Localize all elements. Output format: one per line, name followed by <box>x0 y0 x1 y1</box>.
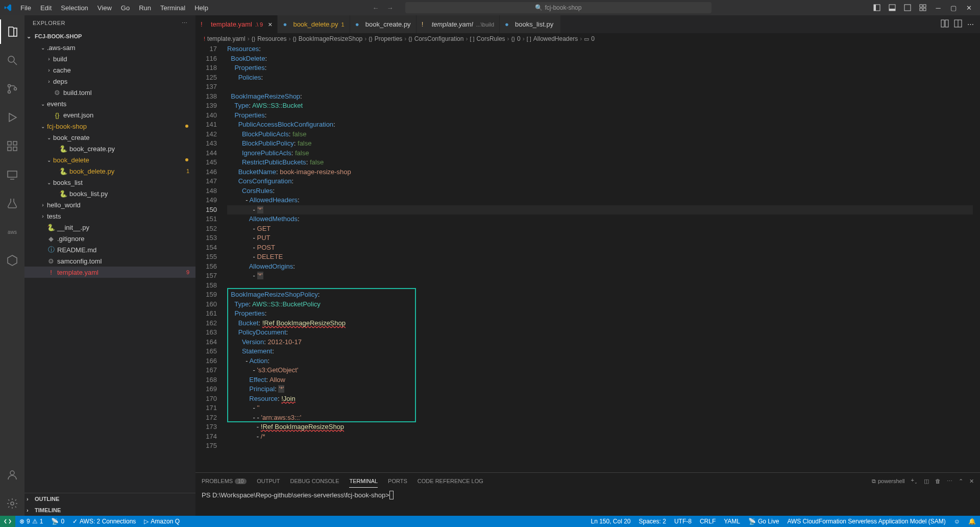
menu-go[interactable]: Go <box>117 2 134 14</box>
explorer-more-icon[interactable]: ⋯ <box>182 20 188 27</box>
status-remote-icon[interactable] <box>0 516 15 527</box>
status-language[interactable]: YAML <box>720 518 744 525</box>
breadcrumb-item[interactable]: {} CorsConfiguration <box>408 35 463 42</box>
tree-folder-hello-world[interactable]: ›hello_world <box>24 199 195 210</box>
tree-file-template-yaml[interactable]: !template.yaml9 <box>24 267 195 278</box>
status-encoding[interactable]: UTF-8 <box>670 518 696 525</box>
nav-back-icon[interactable]: ← <box>371 3 381 13</box>
activity-explorer-icon[interactable] <box>0 19 24 44</box>
tab-books-list-py[interactable]: ●books_list.py <box>500 15 561 33</box>
layout-customize-icon[interactable] <box>916 1 930 15</box>
activity-scm-icon[interactable] <box>0 77 24 101</box>
terminal-split-icon[interactable]: ◫ <box>924 478 929 485</box>
status-sam[interactable]: AWS CloudFormation Serverless Applicatio… <box>783 518 949 525</box>
tree-folder--aws-sam[interactable]: ⌄.aws-sam <box>24 42 195 53</box>
panel-tab-terminal[interactable]: TERMINAL <box>349 475 378 488</box>
tree-file-build-toml[interactable]: ⚙build.toml <box>24 87 195 98</box>
code-content[interactable]: Resources: BookDelete: Properties: Polic… <box>227 44 980 472</box>
tree-file-event-json[interactable]: {}event.json <box>24 109 195 121</box>
menu-run[interactable]: Run <box>135 2 155 14</box>
menu-selection[interactable]: Selection <box>57 2 92 14</box>
tree-folder-cache[interactable]: ›cache <box>24 64 195 76</box>
activity-amazon-q-icon[interactable] <box>0 248 24 273</box>
breadcrumb-item[interactable]: [ ] AllowedHeaders <box>527 35 578 42</box>
compare-changes-icon[interactable] <box>941 19 949 29</box>
terminal-body[interactable]: PS D:\Workspace\Repo-github\series-serve… <box>195 489 980 516</box>
panel-tab-ports[interactable]: PORTS <box>388 475 407 487</box>
terminal-shell-select[interactable]: ⧉ powershell <box>872 478 905 485</box>
breadcrumb-item[interactable]: ! template.yaml <box>204 35 246 42</box>
menu-terminal[interactable]: Terminal <box>156 2 189 14</box>
layout-sidebar-right-icon[interactable] <box>900 1 915 15</box>
window-close-icon[interactable]: ✕ <box>962 1 976 15</box>
activity-accounts-icon[interactable] <box>0 463 24 487</box>
tree-file---init---py[interactable]: 🐍__init__.py <box>24 222 195 233</box>
activity-settings-icon[interactable] <box>0 491 24 516</box>
status-amazonq[interactable]: ▷Amazon Q <box>140 518 184 525</box>
tree-folder-fcj-book-shop[interactable]: ⌄fcj-book-shop <box>24 121 195 132</box>
panel-maximize-icon[interactable]: ⌃ <box>959 478 963 485</box>
activity-debug-icon[interactable] <box>0 105 24 130</box>
terminal-new-icon[interactable]: +⌄ <box>911 477 918 485</box>
status-eol[interactable]: CRLF <box>696 518 720 525</box>
timeline-section[interactable]: ›TIMELINE <box>24 505 195 516</box>
tab-template-yaml[interactable]: !template.yaml.\ 9× <box>195 15 278 33</box>
tree-file-readme-md[interactable]: ⓘREADME.md <box>24 244 195 255</box>
activity-extensions-icon[interactable] <box>0 134 24 158</box>
activity-testing-icon[interactable] <box>0 191 24 215</box>
status-ports[interactable]: 📡0 <box>47 518 68 525</box>
minimap[interactable] <box>973 44 980 472</box>
activity-aws-icon[interactable]: aws <box>0 220 24 244</box>
terminal-kill-icon[interactable]: 🗑 <box>935 478 941 484</box>
tree-file--gitignore[interactable]: ◆.gitignore <box>24 233 195 244</box>
tree-folder-books-list[interactable]: ⌄books_list <box>24 177 195 188</box>
status-indent[interactable]: Spaces: 2 <box>635 518 670 525</box>
more-actions-icon[interactable]: ⋯ <box>967 20 974 28</box>
window-maximize-icon[interactable]: ▢ <box>946 1 961 15</box>
breadcrumb-item[interactable]: {} Resources <box>252 35 287 42</box>
panel-tab-debug-console[interactable]: DEBUG CONSOLE <box>290 475 339 487</box>
tab-book-create-py[interactable]: ●book_create.py <box>350 15 416 33</box>
status-aws[interactable]: ✓AWS: 2 Connections <box>68 518 140 525</box>
status-golive[interactable]: 📡Go Live <box>744 518 783 525</box>
code-editor[interactable]: 1711611812513713813914014114214314414514… <box>195 44 980 472</box>
tree-file-book-create-py[interactable]: 🐍book_create.py <box>24 143 195 154</box>
tree-folder-build[interactable]: ›build <box>24 53 195 64</box>
breadcrumb-item[interactable]: {} 0 <box>511 35 521 42</box>
tree-folder-events[interactable]: ⌄events <box>24 98 195 109</box>
breadcrumb-item[interactable]: {} BookImageResizeShop <box>292 35 362 42</box>
tab-close-icon[interactable]: × <box>268 20 272 29</box>
breadcrumb-item[interactable]: ▭ 0 <box>584 35 595 42</box>
activity-search-icon[interactable] <box>0 48 24 73</box>
tab-book-delete-py[interactable]: ●book_delete.py1 <box>278 15 350 33</box>
layout-sidebar-left-icon[interactable] <box>870 1 884 15</box>
menu-file[interactable]: File <box>16 2 35 14</box>
split-editor-icon[interactable] <box>954 19 962 29</box>
nav-forward-icon[interactable]: → <box>385 3 395 13</box>
command-center-search[interactable]: 🔍 fcj-book-shop <box>405 2 712 13</box>
tree-folder-deps[interactable]: ›deps <box>24 76 195 87</box>
status-bell-icon[interactable]: 🔔 <box>964 518 980 525</box>
panel-close-icon[interactable]: ✕ <box>969 478 974 485</box>
tree-file-books-list-py[interactable]: 🐍books_list.py <box>24 188 195 199</box>
breadcrumb-item[interactable]: [ ] CorsRules <box>470 35 505 42</box>
outline-section[interactable]: ›OUTLINE <box>24 493 195 505</box>
panel-tab-code-reference-log[interactable]: CODE REFERENCE LOG <box>418 475 483 487</box>
terminal-more-icon[interactable]: ⋯ <box>947 478 952 485</box>
window-minimize-icon[interactable]: ─ <box>931 1 945 15</box>
panel-tab-problems[interactable]: PROBLEMS10 <box>202 475 247 487</box>
breadcrumb[interactable]: ! template.yaml›{} Resources›{} BookImag… <box>195 33 980 44</box>
menu-help[interactable]: Help <box>190 2 212 14</box>
tree-folder-book-delete[interactable]: ⌄book_delete <box>24 154 195 165</box>
tree-file-samconfig-toml[interactable]: ⚙samconfig.toml <box>24 255 195 267</box>
tree-folder-tests[interactable]: ›tests <box>24 210 195 222</box>
status-problems[interactable]: ⊗9 ⚠1 <box>15 518 47 525</box>
breadcrumb-item[interactable]: {} Properties <box>369 35 402 42</box>
status-cursor-pos[interactable]: Ln 150, Col 20 <box>586 518 634 525</box>
tab-template-yaml[interactable]: !template.yaml...\build <box>416 15 500 33</box>
menu-view[interactable]: View <box>93 2 116 14</box>
layout-panel-bottom-icon[interactable] <box>885 1 899 15</box>
menu-edit[interactable]: Edit <box>36 2 56 14</box>
explorer-root[interactable]: ⌄FCJ-BOOK-SHOP <box>24 31 195 42</box>
activity-remote-icon[interactable] <box>0 162 24 187</box>
